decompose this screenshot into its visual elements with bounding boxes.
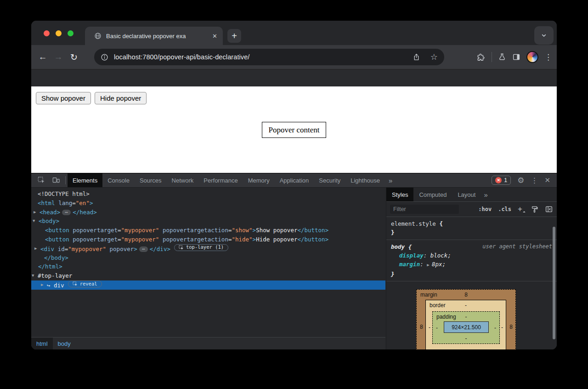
browser-tab[interactable]: Basic declarative popover exa ✕: [85, 27, 223, 45]
reveal-badge[interactable]: reveal: [68, 280, 102, 287]
css-property[interactable]: display: block;: [391, 251, 552, 260]
top-layer-badge[interactable]: top-layer (1): [174, 244, 228, 251]
new-tab-button[interactable]: +: [227, 29, 241, 43]
tree-row[interactable]: ▼<body>: [31, 217, 385, 226]
more-tabs-icon[interactable]: »: [385, 177, 396, 184]
sidebar-tab-computed[interactable]: Computed: [413, 188, 452, 201]
body-style-rule[interactable]: body { user agent stylesheet display: bl…: [386, 240, 557, 281]
experiments-flask-icon[interactable]: [498, 53, 506, 61]
styles-filter-input[interactable]: Filter: [390, 205, 459, 214]
globe-favicon-icon: [94, 32, 102, 40]
sidebar-tab-layout[interactable]: Layout: [452, 188, 481, 201]
expand-arrow-icon[interactable]: ▼: [32, 271, 34, 280]
element-style-rule[interactable]: element.style { }: [386, 217, 557, 240]
expand-arrow-icon[interactable]: ▶: [34, 208, 36, 217]
box-model-padding[interactable]: padding - - - - 924×21.500: [432, 311, 500, 344]
forward-button[interactable]: →: [51, 52, 66, 62]
border-top-value[interactable]: -: [426, 302, 506, 309]
margin-right-value[interactable]: 8: [509, 324, 513, 330]
tab-close-icon[interactable]: ✕: [212, 33, 217, 40]
devtools-tab-elements[interactable]: Elements: [68, 173, 102, 187]
devtools-tab-sources[interactable]: Sources: [135, 173, 167, 187]
styles-sidebar: StylesComputedLayout» Filter :hov .cls +: [386, 188, 557, 349]
padding-bottom-value[interactable]: -: [433, 335, 499, 342]
box-model-border[interactable]: border - - - padding - - - - 924×21.500: [425, 300, 506, 349]
side-panel-icon[interactable]: [512, 53, 520, 61]
inspect-element-icon[interactable]: [34, 176, 49, 184]
error-count-badge[interactable]: ✕ 1: [492, 176, 511, 185]
url-text[interactable]: localhost:7800/popover-api/basic-declara…: [114, 53, 249, 61]
ellipsis-button[interactable]: ⋯: [139, 246, 148, 252]
box-model-content[interactable]: 924×21.500: [444, 321, 489, 333]
margin-top-value[interactable]: 8: [417, 292, 515, 298]
toggle-class-button[interactable]: .cls: [498, 206, 511, 212]
devtools-tab-application[interactable]: Application: [275, 173, 314, 187]
share-icon[interactable]: [413, 53, 420, 61]
devtools-tab-console[interactable]: Console: [102, 173, 135, 187]
expand-arrow-icon[interactable]: ▶: [34, 244, 37, 253]
hide-popover-button[interactable]: Hide popover: [95, 92, 147, 104]
close-window-button[interactable]: [44, 30, 50, 36]
devtools-close-icon[interactable]: ✕: [544, 176, 550, 184]
tab-search-button[interactable]: [534, 26, 554, 45]
margin-left-value[interactable]: 8: [420, 324, 423, 330]
breadcrumb-item-html[interactable]: html: [31, 338, 53, 349]
padding-top-value[interactable]: -: [433, 314, 499, 320]
devtools-tab-memory[interactable]: Memory: [243, 173, 275, 187]
new-style-rule-button[interactable]: +: [518, 205, 524, 214]
tree-row[interactable]: <button popovertarget="mypopover" popove…: [31, 226, 385, 235]
site-info-icon[interactable]: [101, 53, 108, 61]
devtools-tab-lighthouse[interactable]: Lighthouse: [345, 173, 385, 187]
padding-right-value[interactable]: -: [494, 325, 496, 331]
profile-avatar[interactable]: [526, 51, 538, 63]
tree-row[interactable]: </body>: [31, 253, 385, 263]
breadcrumb-item-body[interactable]: body: [53, 338, 76, 349]
tree-row[interactable]: ▶<head>⋯</head>: [31, 208, 385, 217]
page-viewport: Show popover Hide popover Popover conten…: [31, 86, 557, 173]
tree-row[interactable]: ▶↪ divreveal: [31, 280, 385, 290]
styles-sidebar-tabs: StylesComputedLayout»: [386, 188, 557, 202]
tree-row[interactable]: <!DOCTYPE html>: [31, 189, 385, 199]
devtools-menu-icon[interactable]: ⋮: [531, 176, 538, 185]
border-left-value[interactable]: -: [429, 324, 430, 331]
expand-arrow-icon[interactable]: ▶: [41, 280, 43, 290]
sidebar-tab-styles[interactable]: Styles: [386, 188, 413, 201]
devtools-toolbar: ElementsConsoleSourcesNetworkPerformance…: [31, 173, 557, 188]
maximize-window-button[interactable]: [68, 30, 74, 36]
box-model-margin[interactable]: margin 8 8 8 border - - - padding - - -: [416, 289, 516, 349]
back-button[interactable]: ←: [35, 52, 51, 62]
rendering-brush-icon[interactable]: [531, 206, 538, 213]
devtools-tab-network[interactable]: Network: [167, 173, 199, 187]
tree-row[interactable]: <html lang="en">: [31, 199, 385, 208]
tree-row[interactable]: </html>: [31, 262, 385, 271]
browser-window: Basic declarative popover exa ✕ + ← → ↻ …: [31, 21, 557, 349]
border-right-value[interactable]: -: [501, 324, 503, 331]
bookmark-star-icon[interactable]: ☆: [430, 53, 438, 61]
address-bar[interactable]: localhost:7800/popover-api/basic-declara…: [94, 49, 444, 65]
show-popover-button[interactable]: Show popover: [36, 92, 91, 104]
expand-arrow-icon[interactable]: ▼: [33, 217, 35, 226]
sidebar-more-tabs-icon[interactable]: »: [481, 191, 490, 199]
expand-shorthand-icon[interactable]: ▶: [427, 263, 432, 267]
settings-gear-icon[interactable]: ⚙: [517, 176, 524, 185]
padding-left-value[interactable]: -: [436, 325, 438, 331]
stylesheet-origin: user agent stylesheet: [482, 242, 552, 251]
titlebar: Basic declarative popover exa ✕ +: [31, 21, 557, 45]
devtools-tab-performance[interactable]: Performance: [198, 173, 243, 187]
styles-scrollbar[interactable]: [553, 227, 555, 339]
toggle-sidebar-icon[interactable]: [545, 205, 553, 213]
devtools-toolbar-divider: [65, 176, 66, 184]
tree-row[interactable]: ▶<div id="mypopover" popover>⋯</div>top-…: [31, 244, 385, 253]
box-model-diagram[interactable]: margin 8 8 8 border - - - padding - - -: [416, 289, 517, 349]
css-property[interactable]: margin: ▶ 8px;: [391, 260, 552, 269]
browser-menu-icon[interactable]: ⋮: [544, 53, 552, 61]
error-icon: ✕: [495, 177, 502, 183]
reload-button[interactable]: ↻: [66, 52, 82, 63]
toggle-hover-button[interactable]: :hov: [478, 206, 492, 212]
minimize-window-button[interactable]: [56, 30, 62, 36]
devtools-tab-security[interactable]: Security: [314, 173, 345, 187]
popover-content: Popover content: [262, 122, 326, 138]
extensions-icon[interactable]: [477, 53, 486, 62]
ellipsis-button[interactable]: ⋯: [62, 210, 71, 215]
device-toolbar-icon[interactable]: [49, 176, 63, 184]
